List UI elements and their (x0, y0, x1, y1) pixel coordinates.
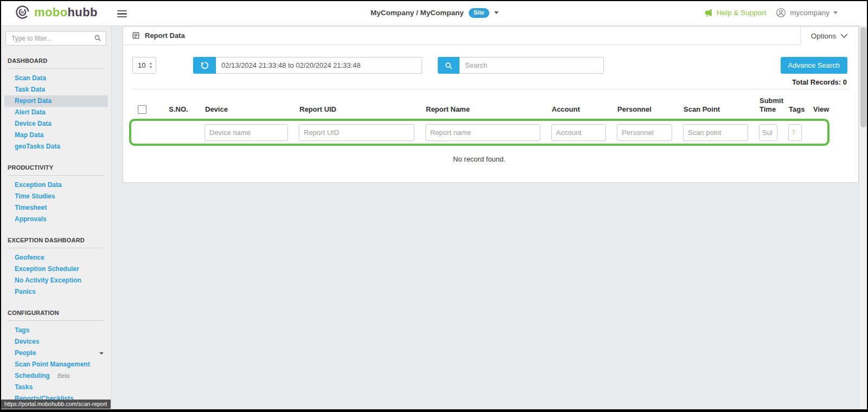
megaphone-icon (704, 8, 713, 17)
vertical-scrollbar[interactable] (859, 25, 867, 409)
filter-scan-point-input[interactable] (683, 124, 748, 141)
sidebar-section-dashboard: DASHBOARD Scan Data Task Data Report Dat… (0, 57, 111, 152)
chevron-down-icon (840, 33, 848, 38)
sidebar-item-alert-data[interactable]: Alert Data (0, 107, 111, 118)
table-toolbar: 10 Advance Search (123, 45, 858, 74)
sidebar-item-tasks[interactable]: Tasks (0, 382, 111, 393)
sidebar-section-title: DASHBOARD (0, 57, 111, 64)
refresh-button[interactable] (193, 57, 216, 74)
filter-submit-time-input[interactable] (759, 124, 777, 141)
column-header-report-uid: Report UID (298, 105, 425, 114)
sidebar-item-task-data[interactable]: Task Data (0, 84, 111, 95)
column-header-sno: S.NO. (153, 105, 204, 114)
search-button[interactable] (438, 57, 459, 74)
column-header-tags: Tags (788, 105, 812, 114)
chevron-down-icon (833, 11, 838, 14)
sidebar-item-panics[interactable]: Panics (0, 286, 111, 298)
sidebar-item-timesheet[interactable]: Timesheet (0, 202, 111, 214)
sidebar-item-geofence[interactable]: Geofence (0, 252, 111, 263)
divider (8, 320, 104, 321)
company-breadcrumb: MyCompany / MyCompany (371, 9, 464, 17)
main-content-area: Report Data Options 10 (111, 25, 859, 412)
filter-personnel-input[interactable] (617, 124, 672, 141)
divider (8, 68, 104, 69)
total-records-label: Total Records: 0 (123, 74, 858, 89)
options-label: Options (811, 32, 837, 40)
username-label: mycompany (790, 9, 829, 17)
panel-header: Report Data Options (123, 27, 858, 45)
sidebar-item-scheduling[interactable]: SchedulingBeta (0, 370, 111, 382)
sidebar-section-configuration: CONFIGURATION Tags Devices People Scan P… (0, 310, 111, 404)
empty-table-message: No record found. (129, 146, 829, 163)
column-header-submit-time: Submit Time (758, 96, 788, 114)
sidebar-item-devices[interactable]: Devices (0, 336, 111, 347)
logo: m mobohubb (15, 5, 98, 20)
divider (8, 248, 104, 248)
table-header-row: S.NO. Device Report UID Report Name Acco… (129, 89, 829, 119)
search-input[interactable] (459, 57, 604, 74)
link-status-tooltip: https://portal.mobohubb.com/scan-report (1, 400, 111, 409)
chevron-down-icon (99, 352, 104, 355)
sidebar-section-productivity: PRODUCTIVITY Exception Data Time Studies… (0, 164, 111, 225)
date-range-input[interactable] (216, 57, 422, 74)
table-filter-row (129, 119, 829, 146)
column-header-account: Account (551, 105, 616, 114)
column-header-report-name: Report Name (425, 105, 551, 114)
top-header-bar: m mobohubb MyCompany / MyCompany Site He… (0, 0, 859, 26)
chevron-down-icon (494, 11, 499, 14)
sidebar-item-geotasks-data[interactable]: geoTasks Data (0, 141, 111, 152)
sidebar-item-device-data[interactable]: Device Data (0, 118, 111, 130)
menu-toggle-button[interactable] (117, 9, 127, 19)
column-header-scan-point: Scan Point (682, 105, 758, 114)
report-data-panel: Report Data Options 10 (123, 26, 859, 183)
advance-search-button[interactable]: Advance Search (781, 57, 847, 74)
help-support-label: Help & Support (717, 9, 767, 17)
sidebar-item-exception-scheduler[interactable]: Exception Scheduler (0, 263, 111, 275)
sidebar-section-exception-dashboard: EXCEPTION DASHBOARD Geofence Exception S… (0, 237, 111, 298)
sidebar-item-exception-data[interactable]: Exception Data (0, 179, 111, 191)
sidebar-filter-input[interactable] (5, 31, 106, 46)
scrollbar-thumb[interactable] (860, 27, 866, 127)
user-icon (776, 8, 786, 18)
company-site-dropdown[interactable]: MyCompany / MyCompany Site (371, 0, 499, 25)
sidebar-section-title: EXCEPTION DASHBOARD (0, 237, 111, 243)
refresh-icon (200, 61, 209, 70)
sidebar-section-title: PRODUCTIVITY (0, 164, 111, 171)
sidebar-item-people[interactable]: People (0, 347, 111, 359)
sidebar-item-report-data[interactable]: Report Data (4, 95, 108, 107)
sidebar-item-scan-data[interactable]: Scan Data (0, 73, 111, 84)
sidebar-item-map-data[interactable]: Map Data (0, 130, 111, 141)
column-header-personnel: Personnel (616, 105, 682, 114)
logo-icon: m (15, 5, 30, 20)
filter-account-input[interactable] (551, 124, 606, 141)
column-header-view: View (812, 105, 832, 114)
svg-text:m: m (21, 10, 24, 15)
stepper-icon (149, 62, 152, 68)
page-size-select[interactable]: 10 (132, 57, 156, 74)
filter-report-uid-input[interactable] (299, 124, 414, 141)
sidebar-item-scan-point-management[interactable]: Scan Point Management (0, 359, 111, 370)
logo-text: mobohubb (34, 5, 98, 20)
filter-device-input[interactable] (205, 124, 288, 141)
options-dropdown-button[interactable]: Options (800, 27, 858, 45)
user-account-menu[interactable]: mycompany (776, 8, 838, 18)
help-support-link[interactable]: Help & Support (704, 8, 767, 17)
search-icon (444, 61, 453, 70)
sidebar-item-approvals[interactable]: Approvals (0, 214, 111, 225)
column-header-device: Device (204, 105, 298, 114)
sidebar-item-no-activity-exception[interactable]: No Activity Exception (0, 275, 111, 286)
beta-badge: Beta (58, 372, 70, 379)
select-all-checkbox[interactable] (138, 105, 146, 114)
search-icon (94, 34, 101, 42)
divider (8, 175, 104, 176)
filter-tags-input[interactable] (788, 124, 802, 141)
hamburger-icon (117, 10, 127, 11)
sidebar-item-time-studies[interactable]: Time Studies (0, 191, 111, 202)
sidebar-section-title: CONFIGURATION (0, 310, 111, 316)
page-title: Report Data (145, 31, 185, 40)
sidebar: DASHBOARD Scan Data Task Data Report Dat… (0, 25, 112, 412)
report-icon (132, 31, 140, 40)
site-badge: Site (469, 8, 489, 18)
filter-report-name-input[interactable] (425, 124, 540, 141)
sidebar-item-tags[interactable]: Tags (0, 325, 111, 336)
